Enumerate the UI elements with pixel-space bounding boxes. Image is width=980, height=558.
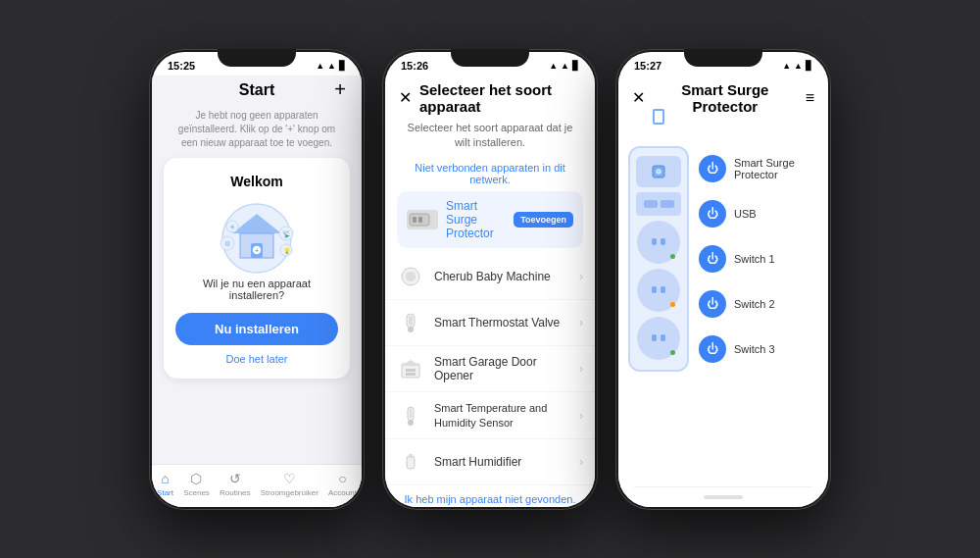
close-button[interactable]: ✕ — [399, 88, 412, 107]
baby-monitor-icon — [397, 263, 424, 290]
surge-icon-small — [407, 210, 438, 229]
routines-icon: ↺ — [229, 471, 241, 486]
scenes-icon: ⬡ — [190, 471, 202, 486]
surge-outlet-3 — [637, 317, 680, 360]
home-illustration: + ⚙ 📡 ☀ 💡 — [203, 199, 311, 278]
svg-text:☀: ☀ — [229, 224, 235, 230]
stroom-icon: ♡ — [283, 471, 296, 486]
phone-1: 15:25 ▲ ▲ ▊ Start + Je hebt nog geen app… — [149, 49, 365, 510]
usb-port-2 — [661, 200, 674, 208]
not-connected-link[interactable]: Niet verbonden apparaten in dit netwerk. — [385, 158, 595, 191]
tab-stroom-label: Stroomgebruiker — [261, 488, 318, 497]
tab-start[interactable]: ⌂ Start — [157, 471, 173, 497]
chevron-icon-3: › — [579, 409, 583, 423]
svg-point-21 — [408, 327, 414, 332]
add-device-button[interactable]: + — [334, 78, 346, 101]
svg-rect-30 — [409, 454, 413, 458]
tab-account[interactable]: ○ Account — [328, 471, 357, 497]
wifi-icon-2: ▲ — [561, 61, 569, 71]
power-button-2[interactable]: ⏻ — [699, 245, 726, 273]
battery-icon-2: ▊ — [572, 61, 579, 71]
svg-text:⚙: ⚙ — [224, 240, 230, 247]
svg-rect-25 — [406, 373, 416, 376]
tab-stroom[interactable]: ♡ Stroomgebruiker — [261, 471, 318, 497]
svg-text:+: + — [255, 247, 259, 254]
outlet-holes-3 — [652, 334, 665, 341]
svg-rect-24 — [406, 369, 416, 372]
phone2-title: Selecteer het soort apparaat — [419, 81, 581, 115]
list-item[interactable]: Smart Thermostat Valve › — [385, 300, 595, 346]
device-name-1: Smart Thermostat Valve — [434, 316, 569, 330]
welcome-title: Welkom — [230, 174, 282, 189]
svg-text:📡: 📡 — [282, 229, 291, 238]
phone3-title: Smart Surge Protector — [653, 81, 798, 115]
phone3-content: ✕ Smart Surge Protector ≡ — [618, 76, 828, 507]
device-name-3: Smart Temperature and Humidity Sensor — [434, 401, 569, 430]
svg-rect-27 — [410, 409, 412, 418]
outlet-hole — [661, 238, 665, 245]
surge-plug — [653, 109, 664, 125]
list-item[interactable]: Smart Temperature and Humidity Sensor › — [385, 392, 595, 439]
tab-scenes-label: Scenes — [183, 488, 210, 497]
chevron-icon-4: › — [579, 455, 583, 469]
surge-outlet-2 — [637, 269, 680, 312]
chevron-icon-0: › — [579, 270, 583, 283]
surge-label-0: Smart Surge Protector — [734, 157, 818, 180]
close-button-3[interactable]: ✕ — [632, 88, 645, 107]
not-found-link[interactable]: Ik heb mijn apparaat niet gevonden. — [385, 485, 595, 507]
usb-port-1 — [644, 200, 658, 208]
status-time-2: 15:26 — [401, 60, 428, 72]
notch-3 — [684, 49, 762, 67]
power-button-3[interactable]: ⏻ — [699, 290, 726, 318]
add-badge[interactable]: Toevoegen — [514, 212, 573, 228]
status-time-1: 15:25 — [168, 60, 195, 72]
phone1-title: Start — [239, 81, 274, 99]
home-icon: ⌂ — [161, 471, 169, 486]
surge-label-1: USB — [734, 208, 757, 220]
list-item[interactable]: Smart Garage Door Opener › — [385, 346, 595, 392]
svg-marker-23 — [402, 360, 419, 366]
phone1-subtitle: Je hebt nog geen apparaten geïnstalleerd… — [152, 105, 362, 158]
power-button-0[interactable]: ⏻ — [699, 155, 726, 182]
list-item[interactable]: Smart Humidifier › — [385, 439, 595, 485]
humidifier-icon — [397, 448, 424, 476]
outlet-hole — [661, 334, 665, 341]
tab-scenes[interactable]: ⬡ Scenes — [183, 471, 210, 497]
surge-controls: ⏻ Smart Surge Protector ⏻ USB ⏻ Switch 1 — [699, 127, 818, 372]
svg-point-32 — [656, 169, 662, 175]
outlet-dot-1 — [670, 254, 675, 259]
tab-routines[interactable]: ↺ Routines — [220, 471, 251, 497]
highlighted-device-name: Smart Surge Protector — [446, 199, 506, 240]
svg-text:💡: 💡 — [283, 247, 291, 255]
surge-main-switch — [636, 156, 681, 187]
outlet-dot-3 — [670, 350, 675, 355]
surge-content: ⏻ Smart Surge Protector ⏻ USB ⏻ Switch 1 — [618, 119, 828, 486]
signal-icon-3: ▲ — [782, 61, 791, 71]
later-link[interactable]: Doe het later — [226, 353, 288, 365]
outlet-hole — [652, 334, 657, 341]
svg-rect-16 — [418, 217, 422, 223]
power-button-4[interactable]: ⏻ — [699, 335, 726, 363]
install-button[interactable]: Nu installeren — [175, 313, 338, 345]
thermostat-icon — [397, 309, 424, 336]
list-item[interactable]: Cherub Baby Machine › — [385, 254, 595, 300]
surge-label-4: Switch 3 — [734, 343, 775, 355]
garage-icon — [397, 355, 424, 382]
phone2-content: ✕ Selecteer het soort apparaat Selecteer… — [385, 76, 595, 507]
power-button-1[interactable]: ⏻ — [699, 200, 726, 228]
phone1-content: Start + Je hebt nog geen apparaten geïns… — [152, 76, 362, 507]
svg-rect-20 — [409, 316, 413, 326]
outlet-dot-2 — [670, 302, 675, 307]
status-time-3: 15:27 — [634, 60, 662, 72]
welcome-card: Welkom + ⚙ 📡 — [164, 158, 350, 379]
tab-bar: ⌂ Start ⬡ Scenes ↺ Routines ♡ Stroomgebr… — [152, 464, 362, 507]
battery-icon: ▊ — [339, 61, 346, 71]
surge-label-2: Switch 1 — [734, 253, 775, 265]
home-indicator — [704, 495, 743, 499]
battery-icon-3: ▊ — [806, 61, 812, 71]
menu-icon[interactable]: ≡ — [806, 89, 814, 107]
device-highlight[interactable]: Smart Surge Protector Toevoegen — [397, 191, 583, 248]
device-name-2: Smart Garage Door Opener — [434, 355, 569, 382]
phones-container: 15:25 ▲ ▲ ▊ Start + Je hebt nog geen app… — [129, 29, 851, 530]
svg-point-28 — [408, 420, 414, 426]
